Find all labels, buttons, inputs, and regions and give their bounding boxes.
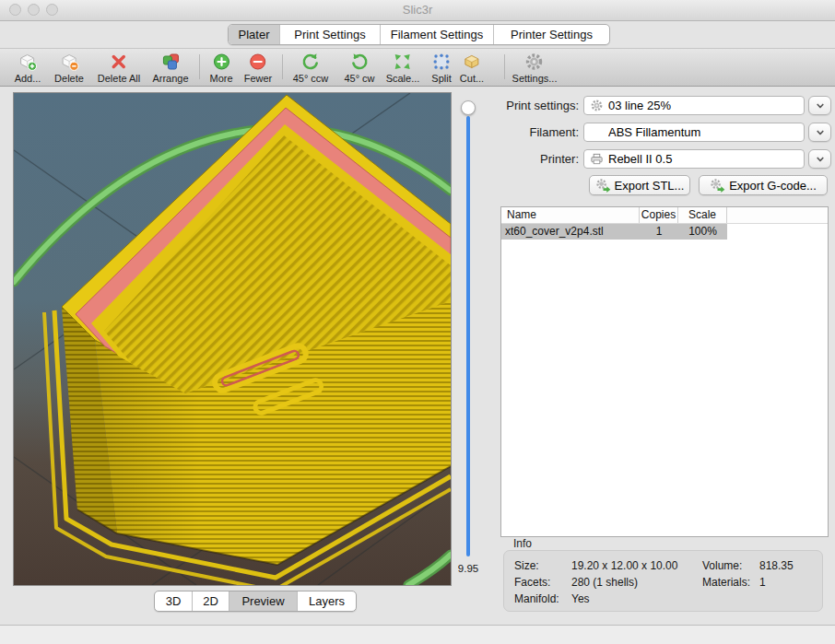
rotate-cw-button[interactable]: 45° cw [344, 52, 374, 84]
export-gcode-label: Export G-code... [729, 179, 817, 193]
export-icon [710, 178, 725, 193]
info-size-label: Size: [514, 559, 539, 572]
delete-icon [54, 52, 84, 72]
toolbar-label: Fewer [244, 73, 273, 84]
filament-label: Filament: [498, 123, 579, 142]
toolbar-label: Arrange [152, 73, 188, 84]
cell-scale: 100% [678, 224, 727, 240]
tab-filament-settings[interactable]: Filament Settings [380, 25, 493, 44]
rotate-ccw-button[interactable]: 45° ccw [293, 52, 329, 84]
status-bar [0, 625, 835, 644]
fewer-icon [244, 52, 273, 72]
gear-icon [512, 52, 558, 72]
toolbar-separator [504, 54, 505, 79]
printer-dropdown-button[interactable] [808, 149, 831, 169]
settings-button[interactable]: Settings... [512, 52, 558, 84]
toolbar: Add... Delete Delete All Arrange More [0, 48, 835, 87]
split-button[interactable]: Split [431, 52, 452, 84]
printer-value: Rebell II 0.5 [608, 150, 800, 168]
add-icon [15, 52, 41, 72]
info-size-value: 19.20 x 12.00 x 10.00 [571, 559, 677, 572]
toolbar-label: Split [431, 73, 452, 84]
info-panel: Size: 19.20 x 12.00 x 10.00 Volume: 818.… [503, 550, 823, 612]
toolbar-label: 45° cw [344, 73, 374, 84]
print-settings-dropdown-button[interactable] [808, 96, 831, 115]
column-header-filler [727, 207, 828, 223]
chevron-down-icon [815, 100, 826, 111]
cut-button[interactable]: Cut... [460, 52, 484, 84]
filament-dropdown-button[interactable] [808, 123, 831, 142]
printer-icon [590, 152, 604, 170]
rotate-ccw-icon [293, 52, 329, 72]
export-gcode-button[interactable]: Export G-code... [699, 175, 828, 195]
tab-plater[interactable]: Plater [229, 25, 279, 44]
main-tab-bar: Plater Print Settings Filament Settings … [228, 24, 610, 45]
toolbar-separator [282, 54, 283, 79]
tab-printer-settings[interactable]: Printer Settings [493, 25, 609, 44]
info-volume-value: 818.35 [759, 559, 794, 572]
layer-slider-thumb[interactable] [461, 100, 476, 115]
export-icon [595, 178, 611, 193]
view-switch: 3D 2D Preview Layers [154, 591, 357, 612]
3d-viewport[interactable] [13, 92, 452, 586]
info-facets-label: Facets: [514, 576, 550, 589]
chevron-down-icon [815, 154, 826, 165]
more-button[interactable]: More [209, 52, 232, 84]
print-settings-select[interactable]: 03 line 25% [583, 96, 805, 115]
cell-copies: 1 [640, 224, 678, 240]
view-tab-2d[interactable]: 2D [192, 591, 229, 611]
info-materials-label: Materials: [702, 576, 750, 589]
rotate-cw-icon [344, 52, 374, 72]
split-icon [431, 52, 452, 72]
info-materials-value: 1 [759, 576, 766, 589]
window-title: Slic3r [0, 3, 835, 17]
cell-filler [727, 224, 828, 240]
tab-print-settings[interactable]: Print Settings [279, 25, 380, 44]
toolbar-label: Settings... [512, 73, 558, 84]
delete-all-icon [98, 52, 140, 72]
view-tab-preview[interactable]: Preview [229, 591, 297, 611]
toolbar-label: Add... [15, 73, 41, 84]
toolbar-separator [199, 54, 200, 79]
delete-all-button[interactable]: Delete All [98, 52, 140, 84]
column-header-scale[interactable]: Scale [678, 207, 727, 223]
filament-value: ABS Fillamentum [608, 123, 800, 141]
arrange-button[interactable]: Arrange [152, 52, 188, 84]
column-header-copies[interactable]: Copies [640, 207, 678, 223]
titlebar: Slic3r [0, 0, 835, 21]
printer-label: Printer: [498, 149, 579, 169]
chevron-down-icon [815, 127, 826, 138]
delete-button[interactable]: Delete [54, 52, 84, 84]
info-manifold-label: Manifold: [514, 592, 559, 605]
toolbar-label: Delete [54, 73, 84, 84]
gear-icon [590, 99, 604, 116]
fewer-button[interactable]: Fewer [244, 52, 273, 84]
scale-icon [386, 52, 420, 72]
object-list[interactable]: Name Copies Scale xt60_cover_v2p4.stl 1 … [500, 206, 829, 537]
filament-select[interactable]: ABS Fillamentum [583, 123, 805, 142]
layer-slider-value: 9.95 [445, 563, 491, 574]
plater-scene [14, 93, 451, 585]
add-button[interactable]: Add... [15, 52, 41, 84]
info-manifold-value: Yes [571, 592, 590, 605]
print-settings-value: 03 line 25% [608, 97, 800, 114]
toolbar-label: Scale... [386, 73, 420, 84]
info-section-title: Info [513, 537, 532, 550]
arrange-icon [152, 52, 188, 72]
view-tab-layers[interactable]: Layers [297, 591, 356, 611]
toolbar-label: Cut... [460, 73, 484, 84]
object-list-header: Name Copies Scale [501, 207, 828, 224]
slic3r-window: Slic3r Plater Print Settings Filament Se… [0, 0, 835, 644]
layer-slider-track[interactable] [466, 116, 470, 556]
scale-button[interactable]: Scale... [386, 52, 420, 84]
toolbar-label: More [209, 73, 232, 84]
cut-icon [460, 52, 484, 72]
view-tab-3d[interactable]: 3D [155, 591, 192, 611]
toolbar-label: 45° ccw [293, 73, 329, 84]
table-row[interactable]: xt60_cover_v2p4.stl 1 100% [501, 224, 828, 240]
export-stl-button[interactable]: Export STL... [589, 175, 690, 195]
column-header-name[interactable]: Name [501, 207, 640, 223]
printer-select[interactable]: Rebell II 0.5 [583, 149, 805, 169]
export-stl-label: Export STL... [615, 179, 685, 193]
info-facets-value: 280 (1 shells) [571, 576, 638, 589]
